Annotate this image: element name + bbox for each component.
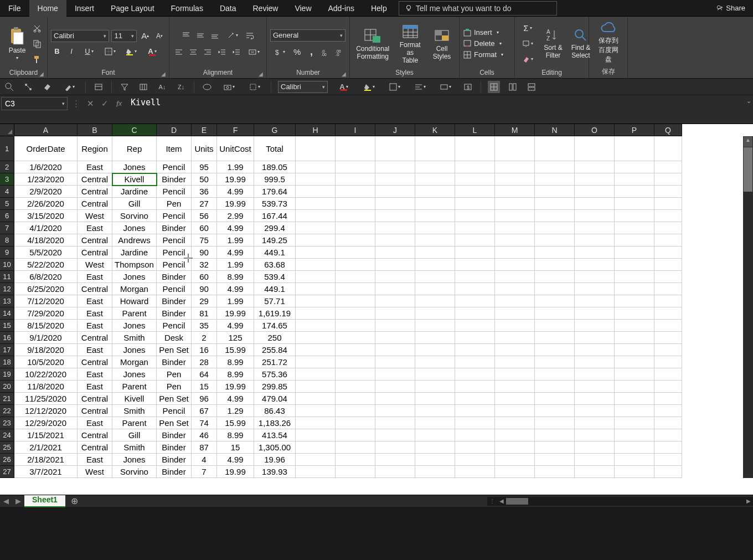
cell[interactable]: Pen Set	[157, 417, 192, 429]
cell[interactable]	[615, 283, 654, 295]
column-header[interactable]: P	[615, 124, 654, 136]
row-header[interactable]: 11	[0, 271, 14, 283]
cell[interactable]	[615, 332, 654, 344]
cell[interactable]	[415, 136, 455, 161]
row-header[interactable]: 4	[0, 186, 14, 198]
cell[interactable]: Gill	[112, 198, 157, 210]
cell[interactable]	[575, 429, 615, 441]
cell[interactable]	[415, 198, 455, 210]
cell[interactable]	[375, 368, 415, 381]
cell[interactable]: 4.99	[217, 320, 254, 332]
cell[interactable]: 2/1/2021	[14, 441, 78, 454]
cell[interactable]	[535, 429, 575, 441]
cell[interactable]	[336, 441, 375, 454]
qt-cols-icon[interactable]	[137, 81, 149, 93]
cell[interactable]: Pen Set	[157, 344, 192, 356]
cell[interactable]: 7/29/2020	[14, 307, 78, 320]
cell[interactable]: Total	[254, 136, 296, 161]
cell[interactable]	[375, 441, 415, 454]
cell[interactable]: 4	[192, 454, 217, 466]
row-header[interactable]: 25	[0, 441, 14, 454]
cell[interactable]	[575, 307, 615, 320]
cell[interactable]	[535, 234, 575, 246]
cell[interactable]	[535, 173, 575, 186]
conditional-formatting-button[interactable]: Conditional Formatting	[353, 25, 392, 63]
qt-highlight-icon[interactable]	[60, 81, 79, 93]
row-header[interactable]: 22	[0, 405, 14, 417]
cell[interactable]: 32	[192, 259, 217, 271]
cell[interactable]	[615, 259, 654, 271]
cell[interactable]: Pen	[157, 198, 192, 210]
select-all-button[interactable]	[0, 124, 14, 136]
cell[interactable]	[615, 368, 654, 381]
cell[interactable]	[415, 356, 455, 368]
menu-insert[interactable]: Insert	[66, 0, 102, 17]
cell[interactable]	[575, 466, 615, 478]
row-header[interactable]: 2	[0, 161, 14, 173]
sheet-tab[interactable]: Sheet1	[24, 495, 65, 507]
cell[interactable]: 189.05	[254, 161, 296, 173]
row-header[interactable]: 27	[0, 466, 14, 478]
font-color-button[interactable]: A	[143, 45, 162, 58]
cell[interactable]: Pencil	[157, 405, 192, 417]
cell[interactable]: 251.72	[254, 356, 296, 368]
cell[interactable]: East	[78, 161, 112, 173]
cell[interactable]: 64	[192, 368, 217, 381]
cell[interactable]	[495, 356, 535, 368]
cell[interactable]	[575, 368, 615, 381]
cell[interactable]	[615, 295, 654, 307]
qt-read-icon[interactable]	[92, 81, 105, 93]
cell[interactable]: 4/1/2020	[14, 222, 78, 234]
cell[interactable]	[336, 405, 375, 417]
cell[interactable]	[535, 271, 575, 283]
cell[interactable]: 149.25	[254, 234, 296, 246]
cell[interactable]	[455, 222, 495, 234]
cell[interactable]	[336, 320, 375, 332]
cell[interactable]	[336, 307, 375, 320]
cell[interactable]	[575, 259, 615, 271]
cell[interactable]	[415, 368, 455, 381]
cell[interactable]: Binder	[157, 222, 192, 234]
align-left-button[interactable]	[173, 46, 185, 58]
cell[interactable]	[615, 307, 654, 320]
cell[interactable]	[495, 466, 535, 478]
cell[interactable]: Pencil	[157, 186, 192, 198]
cells-format-button[interactable]: Format▾	[463, 50, 503, 59]
cell[interactable]: Pencil	[157, 210, 192, 222]
cell[interactable]	[336, 234, 375, 246]
cell[interactable]	[375, 246, 415, 259]
cell[interactable]: 19.99	[217, 173, 254, 186]
cell[interactable]: 299.85	[254, 381, 296, 393]
cell[interactable]	[654, 246, 682, 259]
cell[interactable]: OrderDate	[14, 136, 78, 161]
cell[interactable]: 8.99	[217, 368, 254, 381]
cell[interactable]	[375, 295, 415, 307]
cell[interactable]: 9/18/2020	[14, 344, 78, 356]
cell[interactable]	[336, 466, 375, 478]
cell[interactable]	[615, 405, 654, 417]
qt-trace-icon[interactable]	[22, 81, 34, 93]
menu-data[interactable]: Data	[212, 0, 245, 17]
cell[interactable]	[455, 271, 495, 283]
alignment-launcher[interactable]: ◢	[259, 71, 263, 77]
cell[interactable]: 6/8/2020	[14, 271, 78, 283]
cell[interactable]	[615, 186, 654, 198]
cell[interactable]	[535, 259, 575, 271]
cell[interactable]	[415, 381, 455, 393]
cell[interactable]: Pen	[157, 381, 192, 393]
cell[interactable]	[495, 173, 535, 186]
row-header[interactable]: 16	[0, 332, 14, 344]
qt-zoom-icon[interactable]	[3, 81, 16, 93]
horizontal-scrollbar[interactable]: ⋮ ◀ ▶	[487, 497, 753, 506]
cell[interactable]	[654, 161, 682, 173]
cell[interactable]	[654, 417, 682, 429]
cell[interactable]	[535, 454, 575, 466]
cell[interactable]: 539.4	[254, 271, 296, 283]
row-header[interactable]: 15	[0, 320, 14, 332]
cell[interactable]	[654, 368, 682, 381]
qt-currency-icon[interactable]: $	[462, 81, 474, 93]
sheet-next-button[interactable]: ▶	[12, 495, 24, 507]
autosum-button[interactable]: Σ	[518, 22, 537, 34]
cell[interactable]	[296, 381, 336, 393]
cell[interactable]: Central	[78, 198, 112, 210]
